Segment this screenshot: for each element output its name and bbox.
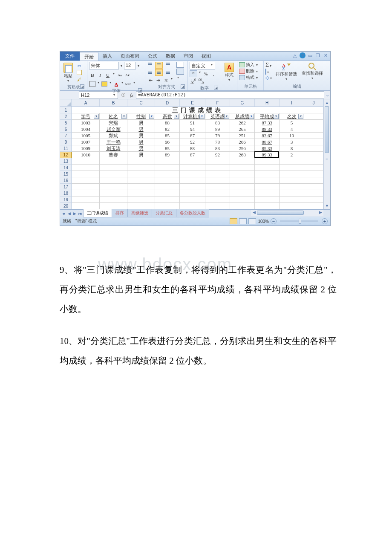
cell[interactable]: 平均成▾	[255, 113, 280, 120]
cell[interactable]	[255, 165, 280, 171]
vscroll-thumb[interactable]	[325, 106, 329, 153]
orientation-button[interactable]: ⤭	[162, 77, 169, 84]
delete-cells-button[interactable]: 删除▾	[239, 68, 259, 74]
cell[interactable]: 92	[180, 139, 205, 145]
align-left[interactable]	[147, 69, 155, 76]
cell[interactable]: 83.67	[255, 133, 280, 139]
row-header-1[interactable]: 1	[60, 107, 72, 113]
cell[interactable]	[230, 184, 255, 190]
cell[interactable]	[127, 197, 155, 203]
help-icon[interactable]: ?	[300, 52, 306, 58]
row-header-2[interactable]: 2	[60, 113, 72, 120]
cell[interactable]	[280, 184, 304, 190]
cell[interactable]	[155, 177, 180, 184]
tab-layout[interactable]: 页面布局	[116, 52, 144, 61]
cell[interactable]: 性别▾	[127, 113, 155, 120]
format-cells-button[interactable]: 格式▾	[239, 75, 259, 81]
cell[interactable]	[155, 197, 180, 203]
cell[interactable]: 1007	[72, 139, 100, 145]
increase-decimal-button[interactable]: ←.0.00	[190, 78, 196, 85]
number-format-combo[interactable]: 自定义▾	[190, 62, 215, 69]
tab-insert[interactable]: 插入	[98, 52, 116, 61]
cell[interactable]	[72, 171, 100, 177]
cell[interactable]	[304, 126, 323, 133]
col-header-J[interactable]: J	[304, 99, 323, 107]
row-header-15[interactable]: 15	[60, 171, 72, 177]
scroll-right-icon[interactable]: ▶	[317, 210, 323, 216]
cell[interactable]: 男	[127, 133, 155, 139]
cell[interactable]: 89	[155, 152, 180, 158]
styles-button[interactable]: A 样式 ▾	[223, 62, 236, 83]
cell[interactable]	[304, 184, 323, 190]
cell[interactable]	[155, 165, 180, 171]
cell[interactable]	[205, 171, 230, 177]
cut-icon[interactable]: ✂	[76, 63, 83, 69]
col-header-H[interactable]: H	[255, 99, 280, 107]
filter-button[interactable]: ▾	[224, 114, 229, 119]
sheet-tab-1[interactable]: 三门课成绩	[83, 209, 112, 217]
minimize-ribbon-icon[interactable]: △	[292, 52, 298, 58]
align-right[interactable]	[163, 69, 171, 76]
font-name-combo[interactable]: 宋体	[89, 62, 119, 69]
cell[interactable]: 男	[127, 126, 155, 133]
align-top-left[interactable]	[147, 62, 155, 69]
cell[interactable]	[72, 158, 100, 165]
cell[interactable]	[230, 190, 255, 197]
cell[interactable]	[255, 184, 280, 190]
cell[interactable]	[304, 145, 323, 152]
cell[interactable]: 郑斌	[100, 133, 127, 139]
clear-button[interactable]: ◇▾	[265, 75, 273, 81]
cell[interactable]: 8	[280, 145, 304, 152]
cell[interactable]	[255, 177, 280, 184]
cell[interactable]	[304, 203, 323, 209]
cell[interactable]: 总成绩▾	[230, 113, 255, 120]
filter-button[interactable]: ▾	[121, 114, 127, 119]
cell[interactable]	[230, 203, 255, 209]
cell[interactable]	[304, 139, 323, 145]
cell[interactable]: 3	[280, 139, 304, 145]
cell[interactable]	[72, 165, 100, 171]
cell[interactable]	[255, 203, 280, 209]
zoom-out-button[interactable]: −	[271, 218, 277, 224]
cell[interactable]	[255, 171, 280, 177]
cell[interactable]	[304, 171, 323, 177]
cell[interactable]: 94	[180, 126, 205, 133]
cell[interactable]: 88	[180, 145, 205, 152]
cell[interactable]	[230, 165, 255, 171]
cell[interactable]	[127, 190, 155, 197]
cell[interactable]	[180, 197, 205, 203]
decrease-decimal-button[interactable]: .00→.0	[197, 78, 204, 85]
cell[interactable]: 学号▾	[72, 113, 100, 120]
formula-bar-expand-icon[interactable]: ⌄	[324, 92, 330, 98]
col-header-C[interactable]: C	[127, 99, 155, 107]
filter-button[interactable]: ▾	[249, 114, 254, 119]
cell[interactable]: 89.33	[255, 152, 280, 158]
cell[interactable]: 刘玉涛	[100, 145, 127, 152]
scroll-left-icon[interactable]: ◀	[251, 210, 257, 216]
cell[interactable]	[180, 158, 205, 165]
cell[interactable]	[72, 177, 100, 184]
cell[interactable]	[72, 184, 100, 190]
decrease-indent[interactable]: ⇤	[147, 77, 154, 84]
row-header-12[interactable]: 12	[60, 152, 72, 158]
cell[interactable]: 88.33	[255, 126, 280, 133]
cell[interactable]	[304, 165, 323, 171]
tab-view[interactable]: 视图	[197, 52, 215, 61]
cell[interactable]: 96	[155, 139, 180, 145]
cell[interactable]	[304, 190, 323, 197]
copy-icon[interactable]	[76, 69, 83, 75]
phonetic-guide-button[interactable]: wén	[125, 81, 132, 87]
sheet-tab-3[interactable]: 高级筛选	[127, 209, 152, 217]
font-name-dd-icon[interactable]: ▾	[120, 64, 123, 68]
cell[interactable]: 宋琨	[100, 120, 127, 126]
cell[interactable]	[304, 133, 323, 139]
cell[interactable]	[205, 158, 230, 165]
sheet-nav-first-icon[interactable]: ⏮	[61, 211, 66, 216]
cell[interactable]	[280, 190, 304, 197]
format-painter-icon[interactable]: 🖌	[76, 76, 83, 82]
cell[interactable]	[280, 171, 304, 177]
cell[interactable]: 79	[205, 133, 230, 139]
wrap-text-button[interactable]	[176, 62, 184, 68]
cell[interactable]	[255, 158, 280, 165]
cell[interactable]	[230, 171, 255, 177]
